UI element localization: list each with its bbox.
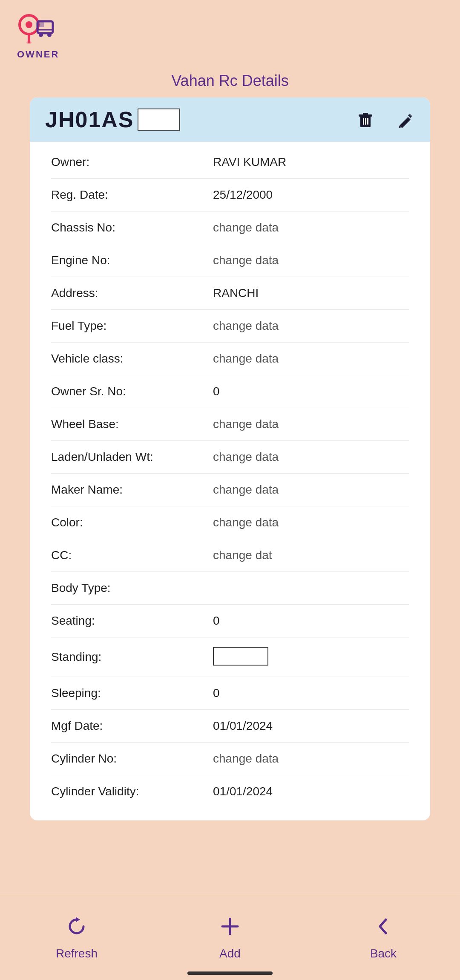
detail-value: change data — [213, 483, 409, 497]
refresh-icon — [66, 915, 88, 943]
detail-value: RAVI KUMAR — [213, 155, 409, 169]
svg-rect-13 — [365, 118, 366, 125]
detail-label: Mgf Date: — [51, 719, 213, 733]
bottom-indicator — [187, 971, 273, 975]
detail-row: Body Type: — [51, 572, 409, 605]
detail-row: Fuel Type:change data — [51, 310, 409, 343]
svg-rect-14 — [367, 118, 368, 125]
detail-row: Reg. Date:25/12/2000 — [51, 179, 409, 211]
detail-value: change data — [213, 319, 409, 333]
detail-label: Cylinder No: — [51, 752, 213, 766]
detail-row: CC:change dat — [51, 539, 409, 572]
refresh-nav-item[interactable]: Refresh — [0, 907, 153, 969]
detail-value: change data — [213, 417, 409, 431]
app-logo-icon — [13, 9, 55, 51]
detail-label: Seating: — [51, 614, 213, 628]
detail-row: Standing: — [51, 637, 409, 677]
refresh-label: Refresh — [56, 947, 98, 960]
detail-value: 01/01/2024 — [213, 719, 409, 733]
detail-row: Laden/Unladen Wt:change data — [51, 441, 409, 474]
detail-label: Cylinder Validity: — [51, 785, 213, 798]
detail-value: change data — [213, 221, 409, 234]
svg-point-1 — [26, 21, 32, 28]
svg-marker-15 — [76, 917, 80, 922]
detail-row: Address:RANCHI — [51, 277, 409, 310]
detail-row: Wheel Base:change data — [51, 408, 409, 441]
edit-button[interactable] — [396, 110, 415, 129]
detail-value: 0 — [213, 385, 409, 398]
back-icon — [372, 915, 394, 943]
add-icon — [219, 915, 241, 943]
detail-row: Owner:RAVI KUMAR — [51, 146, 409, 179]
detail-value: 25/12/2000 — [213, 188, 409, 202]
detail-row: Mgf Date:01/01/2024 — [51, 710, 409, 743]
standing-input-box[interactable] — [213, 647, 268, 666]
detail-value: RANCHI — [213, 286, 409, 300]
detail-value: 01/01/2024 — [213, 785, 409, 798]
detail-value[interactable] — [213, 647, 268, 667]
svg-rect-5 — [38, 22, 44, 27]
detail-value: change data — [213, 254, 409, 267]
vehicle-number-suffix-box[interactable] — [138, 109, 180, 131]
detail-row: Seating:0 — [51, 605, 409, 637]
detail-label: Laden/Unladen Wt: — [51, 450, 213, 464]
vehicle-number: JH01AS — [45, 107, 180, 132]
card-header: JH01AS — [30, 97, 430, 142]
detail-label: Wheel Base: — [51, 417, 213, 431]
detail-label: CC: — [51, 549, 213, 562]
add-label: Add — [219, 947, 241, 960]
detail-label: Vehicle class: — [51, 352, 213, 366]
delete-button[interactable] — [356, 110, 375, 129]
detail-row: Sleeping:0 — [51, 677, 409, 710]
detail-label: Reg. Date: — [51, 188, 213, 202]
detail-label: Standing: — [51, 650, 213, 664]
detail-label: Owner: — [51, 155, 213, 169]
page-title-bar: Vahan Rc Details — [0, 64, 460, 97]
back-nav-item[interactable]: Back — [307, 907, 460, 969]
svg-rect-12 — [363, 118, 364, 125]
svg-point-3 — [26, 41, 32, 44]
detail-value: change data — [213, 752, 409, 766]
detail-row: Owner Sr. No:0 — [51, 375, 409, 408]
detail-value: change data — [213, 450, 409, 464]
svg-point-6 — [39, 33, 43, 37]
detail-value: change data — [213, 516, 409, 529]
logo-label: OWNER — [17, 49, 59, 60]
detail-label: Sleeping: — [51, 686, 213, 700]
svg-point-7 — [47, 33, 52, 37]
detail-row: Chassis No:change data — [51, 211, 409, 244]
vehicle-number-prefix: JH01AS — [45, 107, 134, 132]
detail-label: Color: — [51, 516, 213, 529]
detail-label: Chassis No: — [51, 221, 213, 234]
detail-value: change data — [213, 352, 409, 366]
detail-label: Maker Name: — [51, 483, 213, 497]
detail-label: Fuel Type: — [51, 319, 213, 333]
page-title: Vahan Rc Details — [0, 72, 460, 90]
detail-value: 0 — [213, 614, 409, 628]
detail-row: Color:change data — [51, 506, 409, 539]
add-nav-item[interactable]: Add — [153, 907, 307, 969]
main-card: JH01AS — [30, 97, 430, 820]
details-section: Owner:RAVI KUMARReg. Date:25/12/2000Chas… — [30, 142, 430, 820]
detail-label: Body Type: — [51, 581, 213, 595]
back-label: Back — [370, 947, 397, 960]
detail-value: 0 — [213, 686, 409, 700]
detail-row: Cylinder No:change data — [51, 743, 409, 775]
logo-area: OWNER — [0, 0, 460, 64]
svg-rect-11 — [363, 113, 368, 115]
detail-row: Vehicle class:change data — [51, 343, 409, 375]
detail-row: Cylinder Validity:01/01/2024 — [51, 775, 409, 808]
bottom-nav: Refresh Add Back — [0, 895, 460, 980]
card-header-actions — [356, 110, 415, 129]
detail-value: change dat — [213, 549, 409, 562]
detail-row: Engine No:change data — [51, 244, 409, 277]
detail-label: Owner Sr. No: — [51, 385, 213, 398]
detail-row: Maker Name:change data — [51, 474, 409, 506]
detail-label: Engine No: — [51, 254, 213, 267]
detail-label: Address: — [51, 286, 213, 300]
